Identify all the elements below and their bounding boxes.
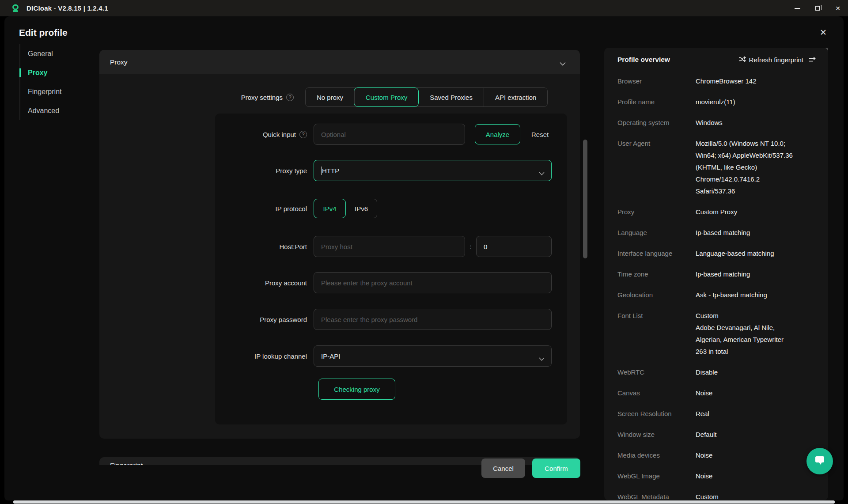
close-window-icon[interactable]: ✕	[828, 0, 848, 16]
proxy-account-field[interactable]	[314, 272, 552, 293]
text-caret	[321, 167, 322, 175]
help-icon[interactable]: ?	[299, 131, 307, 138]
proxy-type-select[interactable]: HTTP	[314, 160, 552, 181]
confirm-button[interactable]: Confirm	[532, 459, 580, 478]
proxy-mode-tab[interactable]: Saved Proxies	[418, 88, 484, 106]
overview-row: Screen Resolution Real	[617, 408, 817, 420]
ip-protocol-option[interactable]: IPv6	[345, 199, 377, 218]
overview-row-label: Time zone	[617, 268, 696, 280]
proxy-mode-tabs: No proxy Custom Proxy Saved Proxies API …	[305, 87, 548, 107]
proxy-mode-tab[interactable]: API extraction	[484, 88, 547, 106]
overview-row-value: Real	[696, 408, 709, 420]
bottom-window-edge	[13, 500, 835, 504]
overview-row: Interface language Language-based matchi…	[617, 247, 817, 259]
check-proxy-row: Checking proxy	[215, 379, 567, 400]
proxy-type-row: Proxy type HTTP	[215, 160, 567, 181]
restore-icon[interactable]	[807, 0, 828, 16]
overview-row: Browser ChromeBrowser 142	[617, 75, 817, 87]
overview-row-value: CustomGoogle Inc. (AMD) ANGLE (AMD,	[696, 491, 795, 500]
help-icon[interactable]: ?	[286, 94, 294, 101]
proxy-type-label: Proxy type	[215, 167, 314, 174]
ip-protocol-label: IP protocol	[215, 205, 314, 212]
support-chat-button[interactable]	[806, 448, 833, 474]
proxy-settings-label: Proxy settings	[241, 94, 283, 101]
sidebar-item[interactable]: Fingerprint	[20, 82, 75, 101]
custom-proxy-form: Quick input ? Analyze Reset Proxy type H…	[215, 114, 567, 424]
proxy-password-label: Proxy password	[215, 316, 314, 323]
overview-row-label: Profile name	[617, 96, 696, 108]
ip-protocol-row: IP protocol IPv4 IPv6	[215, 199, 567, 218]
proxy-mode-tab[interactable]: No proxy	[306, 88, 354, 106]
sidebar-item-label: Fingerprint	[28, 88, 61, 96]
refresh-fingerprint-button[interactable]: Refresh fingerprint	[738, 56, 803, 64]
host-port-separator: :	[465, 243, 476, 250]
overview-row-value: Noise	[696, 387, 712, 399]
overview-row: Media devices Noise	[617, 449, 817, 461]
sidebar-item[interactable]: Advanced	[20, 101, 75, 120]
overview-row-value: Windows	[696, 117, 723, 129]
tab-label: Saved Proxies	[430, 94, 473, 101]
sidebar-item[interactable]: Proxy	[20, 63, 75, 82]
chevron-down-icon	[539, 169, 545, 177]
proxy-account-row: Proxy account	[215, 272, 567, 293]
overview-row: Window size Default	[617, 428, 817, 440]
overview-row-value: Ip-based matching	[696, 227, 750, 239]
sidebar-item[interactable]: General	[20, 44, 75, 63]
proxy-password-field[interactable]	[314, 309, 552, 330]
ip-lookup-label: IP lookup channel	[215, 352, 314, 360]
ip-protocol-segmented: IPv4 IPv6	[314, 199, 377, 218]
main-scrollbar[interactable]	[583, 140, 587, 258]
proxy-password-row: Proxy password	[215, 309, 567, 330]
overview-row: Geolocation Ask - Ip-based matching	[617, 289, 817, 301]
proxy-section-header[interactable]: Proxy	[99, 50, 580, 74]
overview-rows: Browser ChromeBrowser 142 Profile name m…	[617, 75, 817, 500]
checking-proxy-button[interactable]: Checking proxy	[318, 379, 395, 400]
quick-input-label: Quick input ?	[215, 131, 314, 138]
overview-row-value: Language-based matching	[696, 247, 774, 259]
sidebar-item-label: General	[28, 50, 53, 58]
collapse-panel-icon[interactable]	[809, 57, 817, 63]
overview-row-label: Interface language	[617, 247, 696, 259]
overview-row-label: User Agent	[617, 137, 696, 197]
overview-row-label: Media devices	[617, 449, 696, 461]
overview-row: Language Ip-based matching	[617, 227, 817, 239]
overview-row-value: Mozilla/5.0 (Windows NT 10.0;Win64; x64)…	[696, 137, 793, 197]
ip-protocol-option[interactable]: IPv4	[314, 199, 345, 218]
analyze-button[interactable]: Analyze	[475, 124, 520, 144]
overview-row-label: Screen Resolution	[617, 408, 696, 420]
overview-row-value: ChromeBrowser 142	[696, 75, 757, 87]
reset-button[interactable]: Reset	[531, 131, 549, 138]
proxy-port-field[interactable]	[476, 236, 552, 257]
overview-row-label: WebGL Image	[617, 470, 696, 482]
chat-icon	[814, 455, 826, 468]
overview-header: Profile overview Refresh fingerprint	[617, 56, 817, 64]
overview-row-value: Ask - Ip-based matching	[696, 289, 767, 301]
overview-row-label: Proxy	[617, 206, 696, 218]
overview-row: Canvas Noise	[617, 387, 817, 399]
overview-row-value: Default	[696, 428, 717, 440]
proxy-section-card: Proxy Proxy settings ? No proxy Custom P…	[99, 50, 580, 439]
app-title: DICloak - V2.8.15 | 1.2.4.1	[26, 4, 108, 12]
ip-lookup-row: IP lookup channel IP-API	[215, 345, 567, 367]
proxy-mode-tab[interactable]: Custom Proxy	[354, 88, 418, 106]
overview-row-label: Canvas	[617, 387, 696, 399]
proxy-settings-row: Proxy settings ? No proxy Custom Proxy S…	[99, 87, 580, 107]
cancel-button[interactable]: Cancel	[481, 459, 525, 478]
overview-row-value: Custom Proxy	[696, 206, 737, 218]
minimize-icon[interactable]	[787, 0, 807, 16]
overview-row-label: WebRTC	[617, 366, 696, 378]
window-controls: ✕	[787, 0, 848, 16]
titlebar: DICloak - V2.8.15 | 1.2.4.1 ✕	[0, 0, 848, 16]
proxy-type-value: HTTP	[322, 167, 339, 174]
quick-input-field[interactable]	[314, 124, 465, 145]
overview-row-label: WebGL Metadata	[617, 491, 696, 500]
chevron-down-icon	[539, 355, 545, 362]
close-dialog-icon[interactable]: ✕	[816, 25, 830, 39]
overview-row-label: Operating system	[617, 117, 696, 129]
overview-row-value: Noise	[696, 449, 712, 461]
sidebar-item-label: Advanced	[28, 107, 59, 115]
ip-lookup-select[interactable]: IP-API	[314, 345, 552, 367]
proxy-host-field[interactable]	[314, 236, 465, 257]
overview-row-label: Window size	[617, 428, 696, 440]
overview-row-label: Browser	[617, 75, 696, 87]
